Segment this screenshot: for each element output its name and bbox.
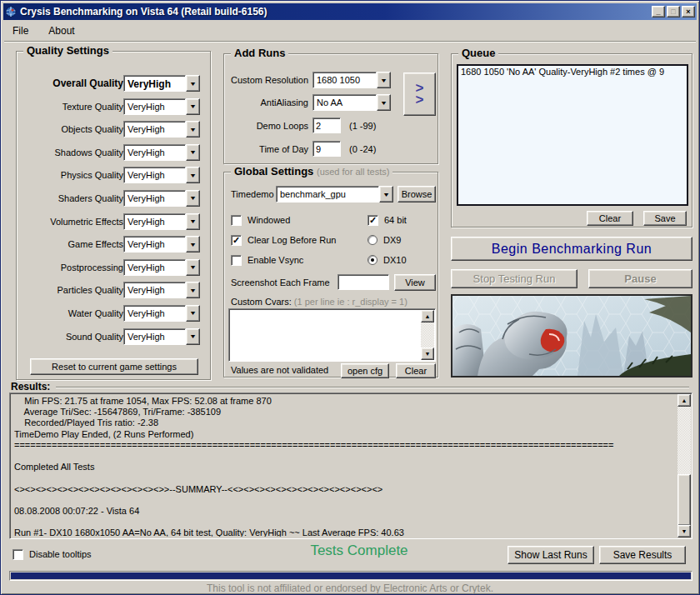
objects-quality-combo[interactable]: VeryHigh ▼ <box>123 121 200 138</box>
chevron-down-icon[interactable]: ▼ <box>186 98 200 115</box>
combo-value: VeryHigh <box>123 190 186 207</box>
scroll-up-icon[interactable]: ▲ <box>678 394 691 407</box>
chevron-down-icon[interactable]: ▼ <box>379 186 393 202</box>
bit64-checkbox[interactable]: ✓ <box>368 215 378 226</box>
scroll-down-icon[interactable]: ▼ <box>421 348 434 360</box>
custom-resolution-combo[interactable]: 1680 1050 ▼ <box>312 72 391 88</box>
screenshot-input[interactable] <box>338 274 389 290</box>
chevron-down-icon[interactable]: ▼ <box>186 236 200 252</box>
chevron-down-icon[interactable]: ▼ <box>186 190 200 207</box>
chevron-down-icon[interactable]: ▼ <box>186 144 200 161</box>
quality-row: Sound Quality VeryHigh ▼ <box>17 328 210 346</box>
chevron-down-icon[interactable]: ▼ <box>186 259 200 276</box>
shaders-quality-combo[interactable]: VeryHigh ▼ <box>123 190 200 207</box>
menu-item-file[interactable]: File <box>6 23 35 38</box>
menu-item-about[interactable]: About <box>42 23 81 38</box>
postprocessing-combo[interactable]: VeryHigh ▼ <box>123 259 200 276</box>
view-button[interactable]: View <box>394 274 436 291</box>
chevron-down-icon[interactable]: ▼ <box>186 75 200 92</box>
maximize-button[interactable]: □ <box>667 6 680 18</box>
menu-separator <box>4 41 696 42</box>
time-of-day-input[interactable] <box>312 141 341 157</box>
chevron-right-icon: > <box>416 94 424 106</box>
enable-vsync-checkbox[interactable] <box>231 255 242 266</box>
open-cfg-button[interactable]: open cfg <box>341 363 389 378</box>
chevron-down-icon[interactable]: ▼ <box>186 121 200 138</box>
clear-cvars-button[interactable]: Clear <box>396 363 436 378</box>
quality-row: Particles Quality VeryHigh ▼ <box>17 282 210 299</box>
water-quality-combo[interactable]: VeryHigh ▼ <box>123 305 200 322</box>
combo-value: VeryHigh <box>123 213 186 230</box>
browse-button[interactable]: Browse <box>398 186 436 202</box>
particles-quality-combo[interactable]: VeryHigh ▼ <box>123 282 200 298</box>
results-box: Min FPS: 21.75 at frame 1054, Max FPS: 5… <box>9 392 692 539</box>
quality-row: Shadows Quality VeryHigh ▼ <box>17 144 210 162</box>
status-text: Tests Complete <box>276 542 442 559</box>
chevron-down-icon[interactable]: ▼ <box>186 213 200 230</box>
demo-loops-input[interactable] <box>312 118 341 133</box>
results-scrollbar[interactable]: ▲ ▼ <box>678 394 691 538</box>
chevron-down-icon[interactable]: ▼ <box>186 282 200 298</box>
disable-tooltips-label: Disable tooltips <box>29 549 92 559</box>
dx10-radio-row: DX10 <box>368 254 407 266</box>
cvars-textarea[interactable]: ▲ ▼ <box>228 308 436 362</box>
add-run-button[interactable]: > > <box>403 72 436 116</box>
chevron-down-icon[interactable]: ▼ <box>377 94 391 111</box>
windowed-checkbox-row: Windowed <box>231 214 290 226</box>
windowed-checkbox[interactable] <box>231 215 242 226</box>
queue-item[interactable]: 1680 1050 'No AA' Quality-VeryHigh #2 ti… <box>461 67 684 77</box>
disable-tooltips-row: Disable tooltips <box>12 548 92 560</box>
scrollbar-thumb[interactable] <box>678 474 691 526</box>
chevron-down-icon[interactable]: ▼ <box>186 328 200 345</box>
quality-row: Overall Quality VeryHigh ▼ <box>17 75 210 92</box>
save-queue-button[interactable]: Save <box>643 211 687 226</box>
antialiasing-combo[interactable]: No AA ▼ <box>312 94 391 111</box>
disable-tooltips-checkbox[interactable] <box>12 549 23 560</box>
scroll-up-icon[interactable]: ▲ <box>421 310 434 322</box>
timedemo-combo[interactable]: benchmark_gpu ▼ <box>276 186 393 202</box>
game-effects-combo[interactable]: VeryHigh ▼ <box>123 236 200 252</box>
pause-button[interactable]: Pause <box>588 269 692 288</box>
chevron-down-icon[interactable]: ▼ <box>377 72 391 88</box>
save-results-button[interactable]: Save Results <box>599 546 686 564</box>
overall-quality-combo[interactable]: VeryHigh ▼ <box>123 75 200 92</box>
quality-row: Texture Quality VeryHigh ▼ <box>17 98 210 116</box>
combo-value: VeryHigh <box>123 121 186 138</box>
combo-value: VeryHigh <box>123 98 186 115</box>
combo-value: VeryHigh <box>123 144 186 161</box>
combo-value: VeryHigh <box>123 167 186 183</box>
volumetric-effects-label: Volumetric Effects <box>50 217 123 227</box>
dx9-radio[interactable] <box>368 235 378 245</box>
texture-quality-combo[interactable]: VeryHigh ▼ <box>123 98 200 115</box>
scroll-down-icon[interactable]: ▼ <box>678 525 691 538</box>
close-button[interactable]: × <box>682 6 695 18</box>
demo-loops-range: (1 -99) <box>349 121 376 131</box>
clear-log-checkbox[interactable]: ✓ <box>231 235 242 246</box>
queue-title: Queue <box>458 47 498 59</box>
dx10-radio[interactable] <box>368 255 378 265</box>
show-last-runs-button[interactable]: Show Last Runs <box>508 546 594 564</box>
antialiasing-label: AntiAliasing <box>261 98 308 108</box>
dx9-label: DX9 <box>383 235 401 245</box>
queue-group: Queue 1680 1050 'No AA' Quality-VeryHigh… <box>451 53 692 228</box>
combo-value: VeryHigh <box>123 236 186 252</box>
combo-value: VeryHigh <box>123 305 186 322</box>
queue-list[interactable]: 1680 1050 'No AA' Quality-VeryHigh #2 ti… <box>457 64 688 206</box>
sound-quality-combo[interactable]: VeryHigh ▼ <box>123 328 200 345</box>
app-window: Crysis Benchmarking on Vista 64 (Retail … <box>0 0 700 595</box>
quality-row: Water Quality VeryHigh ▼ <box>17 305 210 322</box>
reset-settings-button[interactable]: Reset to current game settings <box>30 358 198 375</box>
game-effects-label: Game Effects <box>68 239 123 249</box>
volumetric-effects-combo[interactable]: VeryHigh ▼ <box>123 213 200 230</box>
shadows-quality-combo[interactable]: VeryHigh ▼ <box>123 144 200 161</box>
global-settings-hint: (used for all tests) <box>317 167 389 177</box>
chevron-down-icon[interactable]: ▼ <box>186 305 200 322</box>
minimize-button[interactable]: _ <box>652 6 665 18</box>
overall-quality-label: Overall Quality <box>52 78 123 89</box>
physics-quality-combo[interactable]: VeryHigh ▼ <box>123 167 200 183</box>
begin-benchmark-button[interactable]: Begin Benchmarking Run <box>451 237 692 261</box>
cvars-scrollbar[interactable]: ▲ ▼ <box>421 310 434 360</box>
stop-testing-button[interactable]: Stop Testing Run <box>451 269 578 288</box>
clear-queue-button[interactable]: Clear <box>587 211 633 226</box>
chevron-down-icon[interactable]: ▼ <box>186 167 200 183</box>
